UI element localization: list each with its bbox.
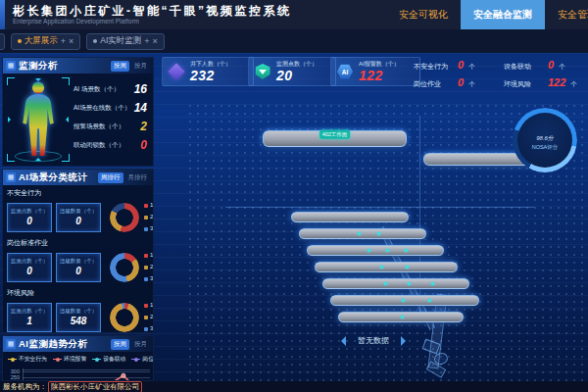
panel-ai-scene-category-stats: AI场景分类统计 周排行 月排行 不安全行为 监测点数（个） 0 违规数量（个）… <box>2 169 154 333</box>
camera-marker[interactable] <box>402 299 405 302</box>
camera-marker[interactable] <box>408 282 411 285</box>
monitor-point-icon <box>254 63 271 80</box>
camera-marker[interactable] <box>377 232 380 235</box>
tunnel-bar[interactable] <box>338 312 464 322</box>
toggle-month-button[interactable]: 按月 <box>131 339 150 350</box>
tunnel-bar[interactable] <box>315 262 458 272</box>
tunnel-bar[interactable] <box>291 212 409 222</box>
gauge-label: NOSA评分 <box>532 144 559 151</box>
pager-next-icon[interactable] <box>401 336 406 346</box>
legend-dot <box>144 327 148 331</box>
stat-box-label: 违规数量（个） <box>60 208 98 215</box>
stat-box-label: 违规数量（个） <box>60 258 98 265</box>
tunnel-bar[interactable] <box>330 295 479 306</box>
nav-item-safety-management[interactable]: 安全管理 <box>545 0 588 29</box>
toggle-week-button[interactable]: 按周 <box>111 339 129 350</box>
stat-box: 监测点数（个） 0 <box>7 253 52 282</box>
app-subtitle: Enterprise Application Development Platf… <box>13 19 292 25</box>
legend-dot <box>144 277 148 281</box>
alarm-summary-grid: 不安全行为 0 个 设备联动 0 个 岗位作业 0 个 环境风险 122 个 <box>414 59 588 89</box>
legend-dot <box>144 304 148 308</box>
working-face-badge[interactable]: 402工作面 <box>319 130 351 139</box>
camera-marker[interactable] <box>428 299 431 302</box>
grid-value: 122 <box>548 76 565 88</box>
gauge-unit: 分 <box>548 135 554 141</box>
legend-label: 2级 <box>150 213 154 221</box>
camera-marker[interactable] <box>405 249 408 252</box>
grid-item: 岗位作业 0 个 <box>414 76 504 89</box>
legend-dot <box>144 227 148 231</box>
legend-label: 3级 <box>150 324 154 333</box>
grid-unit: 个 <box>559 63 565 72</box>
legend-dot <box>144 316 148 319</box>
legend-label: 岗位作业 <box>142 355 154 364</box>
tab-close-icon[interactable]: × <box>69 37 74 46</box>
tunnel-bar[interactable] <box>322 278 469 289</box>
camera-marker[interactable] <box>401 316 404 318</box>
nosa-score-gauge: 98.6分 NOSA评分 <box>513 108 577 172</box>
stat-row: AI场景在线数（个） 14 <box>74 101 147 115</box>
toggle-week-rank-button[interactable]: 周排行 <box>98 172 123 183</box>
stat-card-label: 井下人数（个） <box>190 61 231 67</box>
toggle-week-button[interactable]: 按周 <box>111 61 129 72</box>
tab-dot-icon <box>18 39 22 43</box>
stat-card-label: 监测点数（个） <box>276 61 318 67</box>
panel-grid-icon <box>6 172 16 182</box>
camera-marker[interactable] <box>386 249 389 252</box>
section-environment-risk: 环境风险 监测点数（个） 1 违规数量（个） 548 1级 2级 3级 <box>3 285 153 333</box>
donut-chart-unsafe-behavior <box>110 203 139 232</box>
nav-item-safety-visualization[interactable]: 安全可视化 <box>386 0 461 29</box>
camera-marker[interactable] <box>431 282 434 285</box>
legend-label: 1级 <box>150 201 154 210</box>
stat-card-value: 232 <box>190 69 231 82</box>
toggle-month-rank-button[interactable]: 月排行 <box>125 172 151 183</box>
stat-box-label: 监测点数（个） <box>11 308 49 315</box>
grid-unit: 个 <box>468 63 475 72</box>
section-title: 不安全行为 <box>7 188 150 198</box>
pager-prev-icon[interactable] <box>341 336 346 346</box>
stat-label: 报警场景数（个） <box>74 122 124 131</box>
stat-box: 监测点数（个） 1 <box>7 303 52 332</box>
trend-legend: 不安全行为 环境报警 设备联动 岗位作业 <box>3 352 153 366</box>
stat-box: 违规数量（个） 548 <box>56 303 101 332</box>
stat-card-value: 20 <box>276 69 318 82</box>
camera-marker[interactable] <box>406 266 409 269</box>
camera-marker[interactable] <box>380 266 383 269</box>
grid-value: 0 <box>548 59 554 71</box>
stat-row: 联动闭锁数（个） 0 <box>74 138 147 152</box>
map-content-area: 井下人数（个） 232 监测点数（个） 20 AI AI报警数（个） 122 不… <box>157 53 588 381</box>
tab-bar: 页 + 大屏展示 + × AI实时监测 + × <box>0 29 588 53</box>
camera-marker[interactable] <box>368 249 370 252</box>
stat-label: AI场景在线数（个） <box>74 104 130 113</box>
grid-label: 岗位作业 <box>414 79 453 89</box>
tab-big-screen[interactable]: 大屏展示 + × <box>11 33 81 50</box>
tunnel-bar[interactable] <box>299 228 426 239</box>
camera-marker[interactable] <box>384 282 387 285</box>
frame-corner <box>62 154 70 162</box>
stat-label: AI 场景数（个） <box>74 85 120 94</box>
frame-corner <box>62 77 70 85</box>
nav-item-safety-fusion-monitoring[interactable]: 安全融合监测 <box>461 0 545 29</box>
stat-box: 违规数量（个） 0 <box>56 253 101 282</box>
footer-company: 陕西彬长小庄矿业有限公司 <box>48 381 142 392</box>
legend-label: 环境报警 <box>64 355 86 364</box>
tab-label: 大屏展示 <box>24 35 58 47</box>
grid-value: 0 <box>458 76 464 88</box>
marker-arrow-icon <box>63 117 69 122</box>
tunnel-bar-main[interactable]: 402工作面 <box>263 130 407 147</box>
tab-close-icon[interactable]: × <box>153 37 158 46</box>
stat-box-value: 0 <box>26 216 32 226</box>
tab-partial[interactable]: 页 + <box>0 33 5 50</box>
tab-ai-realtime-monitor[interactable]: AI实时监测 + × <box>86 33 165 50</box>
legend-dot <box>144 254 148 258</box>
camera-marker[interactable] <box>358 232 361 235</box>
tab-add-icon[interactable]: + <box>61 37 66 46</box>
legend-marker <box>8 359 17 360</box>
tab-add-icon[interactable]: + <box>144 37 149 46</box>
toggle-month-button[interactable]: 按月 <box>131 61 150 72</box>
tunnel-bar[interactable] <box>307 245 444 256</box>
human-body-icon <box>14 80 63 159</box>
trend-y-axis: 300250200150100 <box>6 368 23 381</box>
left-panel-column: 监测分析 按周 按月 <box>2 57 154 381</box>
logo-accent <box>0 0 5 29</box>
